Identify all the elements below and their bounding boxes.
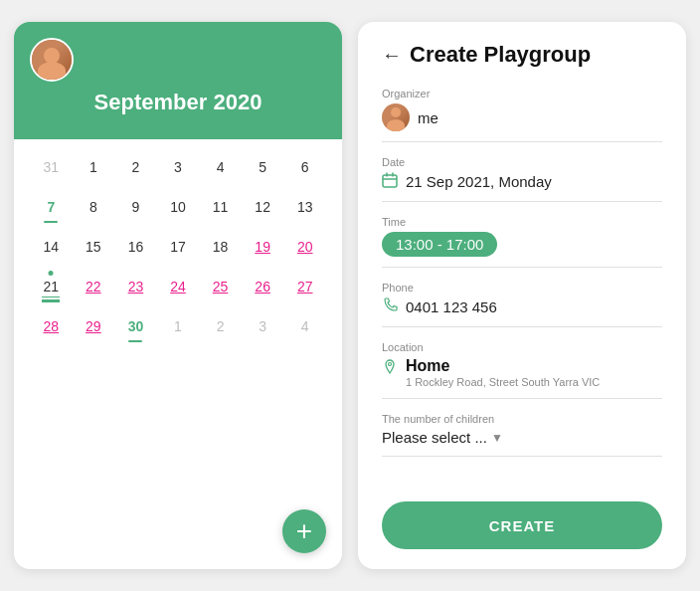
svg-rect-0 bbox=[383, 175, 397, 187]
cal-cell[interactable]: 28 bbox=[30, 306, 73, 346]
children-dropdown-arrow: ▼ bbox=[491, 431, 503, 445]
phone-text: 0401 123 456 bbox=[406, 298, 497, 315]
cal-cell[interactable]: 12 bbox=[242, 187, 284, 227]
cal-cell[interactable]: 8 bbox=[73, 187, 115, 227]
cal-cell[interactable]: 10 bbox=[157, 187, 200, 227]
cal-cell[interactable]: 29 bbox=[73, 306, 115, 346]
cal-cell[interactable]: 20 bbox=[283, 227, 326, 267]
cal-cell[interactable]: 23 bbox=[114, 267, 157, 306]
cal-cell[interactable]: 25 bbox=[199, 267, 242, 306]
add-fab-button[interactable]: + bbox=[282, 509, 326, 553]
phone-field: Phone 0401 123 456 bbox=[382, 282, 662, 327]
time-label: Time bbox=[382, 216, 662, 228]
cal-cell[interactable]: 3 bbox=[242, 306, 284, 346]
cal-cell[interactable]: 19 bbox=[242, 227, 284, 267]
date-value: 21 Sep 2021, Monday bbox=[382, 172, 662, 191]
cal-cell-dot[interactable]: 21 bbox=[30, 267, 73, 306]
cal-cell[interactable]: 16 bbox=[114, 227, 157, 267]
cal-cell[interactable]: 17 bbox=[157, 227, 200, 267]
back-button[interactable]: ← bbox=[382, 44, 402, 67]
calendar-panel: September 2020 31 1 2 3 4 5 6 7 8 9 10 1… bbox=[14, 22, 342, 569]
cal-cell[interactable]: 3 bbox=[157, 147, 200, 187]
calendar-icon bbox=[382, 172, 398, 191]
cal-cell[interactable]: 11 bbox=[199, 187, 242, 227]
avatar[interactable] bbox=[30, 38, 74, 82]
cal-cell-today[interactable]: 7 bbox=[30, 187, 73, 227]
calendar-body: 31 1 2 3 4 5 6 7 8 9 10 11 12 13 14 15 1… bbox=[14, 139, 342, 362]
cal-cell[interactable]: 27 bbox=[283, 267, 326, 306]
cal-cell[interactable]: 14 bbox=[30, 227, 73, 267]
cal-cell[interactable]: 9 bbox=[114, 187, 157, 227]
cal-cell[interactable]: 2 bbox=[114, 147, 157, 187]
phone-value: 0401 123 456 bbox=[382, 297, 662, 316]
location-icon bbox=[382, 359, 398, 378]
location-value: Home 1 Rockley Road, Street South Yarra … bbox=[382, 357, 662, 388]
calendar-month-title: September 2020 bbox=[30, 90, 326, 115]
cal-cell[interactable]: 24 bbox=[157, 267, 200, 306]
cal-cell[interactable]: 26 bbox=[242, 267, 284, 306]
time-pill[interactable]: 13:00 - 17:00 bbox=[382, 232, 497, 257]
cal-cell[interactable]: 22 bbox=[73, 267, 115, 306]
date-text: 21 Sep 2021, Monday bbox=[406, 173, 552, 190]
organizer-name: me bbox=[418, 109, 438, 126]
organizer-value: me bbox=[382, 103, 662, 131]
cal-cell[interactable]: 1 bbox=[73, 147, 115, 187]
cal-cell[interactable]: 4 bbox=[199, 147, 242, 187]
location-label: Location bbox=[382, 341, 662, 353]
create-header: ← Create Playgroup bbox=[382, 42, 662, 68]
svg-point-1 bbox=[389, 363, 392, 366]
children-select[interactable]: Please select ... ▼ bbox=[382, 429, 662, 446]
cal-cell[interactable]: 5 bbox=[242, 147, 284, 187]
calendar-grid: 31 1 2 3 4 5 6 7 8 9 10 11 12 13 14 15 1… bbox=[30, 147, 326, 346]
cal-cell[interactable]: 18 bbox=[199, 227, 242, 267]
location-address: 1 Rockley Road, Street South Yarra VIC bbox=[406, 376, 600, 388]
cal-cell[interactable]: 4 bbox=[283, 306, 326, 346]
phone-icon bbox=[382, 297, 398, 316]
cal-cell[interactable]: 30 bbox=[114, 306, 157, 346]
cal-cell[interactable]: 13 bbox=[283, 187, 326, 227]
page-title: Create Playgroup bbox=[410, 42, 591, 68]
children-placeholder: Please select ... bbox=[382, 429, 487, 446]
calendar-body-wrapper: 31 1 2 3 4 5 6 7 8 9 10 11 12 13 14 15 1… bbox=[14, 139, 342, 569]
location-field: Location Home 1 Rockley Road, Street Sou… bbox=[382, 341, 662, 399]
location-details: Home 1 Rockley Road, Street South Yarra … bbox=[406, 357, 600, 388]
calendar-header: September 2020 bbox=[14, 22, 342, 139]
time-field: Time 13:00 - 17:00 bbox=[382, 216, 662, 268]
cal-cell[interactable]: 15 bbox=[73, 227, 115, 267]
cal-cell[interactable]: 6 bbox=[283, 147, 326, 187]
create-playgroup-panel: ← Create Playgroup Organizer me Date 21 … bbox=[358, 22, 686, 569]
children-field: The number of children Please select ...… bbox=[382, 413, 662, 457]
cal-cell[interactable]: 2 bbox=[199, 306, 242, 346]
location-name: Home bbox=[406, 357, 600, 375]
organizer-avatar bbox=[382, 103, 410, 131]
phone-label: Phone bbox=[382, 282, 662, 294]
organizer-label: Organizer bbox=[382, 88, 662, 99]
organizer-field: Organizer me bbox=[382, 88, 662, 142]
cal-cell[interactable]: 1 bbox=[157, 306, 200, 346]
date-field: Date 21 Sep 2021, Monday bbox=[382, 156, 662, 202]
cal-cell[interactable]: 31 bbox=[30, 147, 73, 187]
children-label: The number of children bbox=[382, 413, 662, 425]
create-button[interactable]: CREATE bbox=[382, 501, 662, 549]
date-label: Date bbox=[382, 156, 662, 168]
time-value: 13:00 - 17:00 bbox=[382, 232, 662, 257]
